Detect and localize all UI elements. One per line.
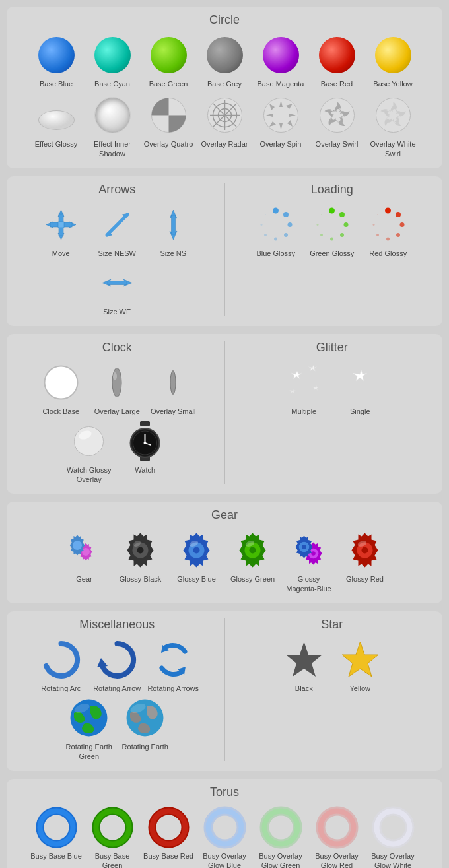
torus-glow-blue-icon bbox=[203, 806, 246, 849]
item-base-blue[interactable]: Base Blue bbox=[30, 34, 83, 88]
item-overlay-radar[interactable]: Overlay Radar bbox=[198, 94, 251, 158]
item-green-glossy[interactable]: Green Glossy bbox=[306, 203, 359, 258]
item-overlay-white-swirl[interactable]: Overlay White Swirl bbox=[366, 94, 419, 158]
overlay-large-label: Overlay Large bbox=[94, 407, 140, 416]
item-effect-inner-shadow[interactable]: Effect Inner Shadow bbox=[86, 94, 139, 158]
gear-items: Gear Gl bbox=[13, 529, 436, 593]
item-torus-glow-blue[interactable]: Busy Overlay Glow Blue bbox=[198, 806, 251, 868]
item-clock-watch[interactable]: Watch bbox=[119, 420, 172, 484]
item-base-cyan[interactable]: Base Cyan bbox=[86, 34, 139, 88]
item-rotating-arc[interactable]: Rotating Arc bbox=[34, 638, 87, 693]
item-gear-glossy-blue[interactable]: Glossy Blue bbox=[170, 529, 223, 593]
item-torus-busy-base-red[interactable]: Busy Base Red bbox=[142, 806, 195, 868]
col-misc: Miscellaneous Rotating Arc bbox=[13, 618, 221, 761]
size-nesw-label: Size NESW bbox=[98, 249, 136, 258]
misc-title: Miscellaneous bbox=[79, 618, 155, 632]
torus-items-row1: Busy Base Blue Busy Base Green bbox=[13, 806, 436, 868]
clock-glitter-cols: Clock Clock Base bbox=[13, 341, 436, 484]
item-glitter-single[interactable]: Single bbox=[333, 361, 386, 416]
item-overlay-small[interactable]: Overlay Small bbox=[147, 361, 199, 416]
item-rotating-arrows[interactable]: Rotating Arrows bbox=[147, 638, 199, 693]
item-base-green[interactable]: Base Green bbox=[142, 34, 195, 88]
gear-glossy-black-label: Glossy Black bbox=[120, 574, 162, 584]
rotating-earth-label: Rotating Earth bbox=[122, 742, 168, 751]
overlay-radar-label: Overlay Radar bbox=[201, 139, 248, 149]
item-overlay-quatro[interactable]: Overlay Quatro bbox=[142, 94, 195, 158]
item-base-yellow[interactable]: Base Yellow bbox=[366, 34, 419, 88]
item-rotating-arrow[interactable]: Rotating Arrow bbox=[90, 638, 143, 693]
gear-glossy-red-label: Glossy Red bbox=[346, 574, 384, 584]
item-base-red[interactable]: Base Red bbox=[310, 34, 363, 88]
item-size-we[interactable]: Size WE bbox=[90, 261, 143, 316]
svg-point-98 bbox=[152, 811, 185, 844]
item-red-glossy[interactable]: Red Glossy bbox=[362, 203, 415, 258]
section-circle: Circle Base Blue Base Cyan Base Green bbox=[7, 7, 442, 168]
item-effect-glossy[interactable]: Effect Glossy bbox=[30, 94, 83, 158]
item-base-magenta[interactable]: Base Magenta bbox=[254, 34, 307, 88]
item-glitter-multiple[interactable]: Multiple bbox=[277, 361, 330, 416]
svg-point-65 bbox=[144, 442, 147, 444]
base-green-icon bbox=[147, 34, 190, 77]
svg-rect-17 bbox=[58, 222, 64, 228]
torus-glow-white-label: Busy Overlay Glow White bbox=[366, 851, 419, 868]
item-star-yellow[interactable]: Yellow bbox=[333, 638, 386, 693]
torus-title: Torus bbox=[13, 785, 436, 799]
item-watch-glossy-overlay[interactable]: Watch Glossy Overlay bbox=[63, 420, 116, 484]
item-gear-glossy-green[interactable]: Glossy Green bbox=[226, 529, 279, 593]
arrows-title: Arrows bbox=[98, 183, 135, 197]
svg-point-44 bbox=[396, 212, 401, 217]
item-overlay-spin[interactable]: Overlay Spin bbox=[254, 94, 307, 158]
glitter-multiple-label: Multiple bbox=[291, 407, 316, 416]
item-gear-glossy-red[interactable]: Glossy Red bbox=[339, 529, 392, 593]
watch-glossy-overlay-icon bbox=[67, 420, 110, 463]
overlay-small-icon bbox=[152, 361, 195, 404]
svg-point-96 bbox=[96, 811, 129, 844]
gear-label: Gear bbox=[76, 574, 92, 584]
svg-point-45 bbox=[400, 222, 405, 227]
main-container: Circle Base Blue Base Cyan Base Green bbox=[0, 0, 449, 868]
item-torus-glow-green[interactable]: Busy Overlay Glow Green bbox=[254, 806, 307, 868]
item-gear-glossy-magenta[interactable]: Glossy Magenta-Blue bbox=[283, 529, 335, 593]
gear-glossy-green-icon bbox=[231, 529, 274, 572]
size-ns-icon bbox=[152, 203, 195, 246]
arrows-items: Move Size NESW bbox=[13, 203, 221, 317]
item-torus-busy-base-blue[interactable]: Busy Base Blue bbox=[30, 806, 83, 868]
item-size-nesw[interactable]: Size NESW bbox=[90, 203, 143, 258]
svg-line-20 bbox=[107, 215, 127, 235]
item-clock-base[interactable]: Clock Base bbox=[34, 361, 87, 416]
item-rotating-earth[interactable]: Rotating Earth bbox=[119, 696, 172, 761]
item-star-black[interactable]: Black bbox=[277, 638, 330, 693]
overlay-small-label: Overlay Small bbox=[151, 407, 195, 416]
item-torus-glow-red[interactable]: Busy Overlay Glow Red bbox=[310, 806, 363, 868]
col-loading: Loading bbox=[228, 183, 436, 258]
item-size-ns[interactable]: Size NS bbox=[147, 203, 199, 258]
svg-point-39 bbox=[330, 237, 333, 240]
item-base-grey[interactable]: Base Grey bbox=[198, 34, 251, 88]
svg-point-30 bbox=[284, 233, 288, 237]
item-gear-glossy-black[interactable]: Glossy Black bbox=[114, 529, 167, 593]
item-move[interactable]: Move bbox=[34, 203, 87, 258]
svg-point-52 bbox=[54, 367, 67, 375]
item-torus-glow-white[interactable]: Busy Overlay Glow White bbox=[366, 806, 419, 868]
clock-base-label: Clock Base bbox=[42, 407, 79, 416]
move-icon bbox=[40, 203, 83, 246]
item-blue-glossy[interactable]: Blue Glossy bbox=[250, 203, 302, 258]
torus-glow-green-label: Busy Overlay Glow Green bbox=[254, 851, 307, 868]
item-overlay-swirl[interactable]: Overlay Swirl bbox=[310, 94, 363, 158]
item-rotating-earth-green[interactable]: Rotating Earth Green bbox=[63, 696, 116, 761]
item-gear[interactable]: Gear bbox=[58, 529, 111, 593]
torus-busy-base-blue-label: Busy Base Blue bbox=[30, 851, 82, 861]
size-nesw-icon bbox=[96, 203, 139, 246]
item-torus-busy-base-green[interactable]: Busy Base Green bbox=[86, 806, 139, 868]
rotating-arrows-icon bbox=[152, 638, 195, 681]
svg-point-55 bbox=[170, 371, 176, 395]
col-arrows: Arrows bbox=[13, 183, 221, 317]
gear-glossy-black-icon bbox=[119, 529, 162, 572]
overlay-white-swirl-label: Overlay White Swirl bbox=[366, 139, 419, 158]
misc-items: Rotating Arc Rotating Arrow bbox=[13, 638, 221, 761]
circle-items: Base Blue Base Cyan Base Green Base Grey bbox=[13, 34, 436, 88]
section-clock-glitter: Clock Clock Base bbox=[7, 334, 442, 494]
svg-point-50 bbox=[377, 214, 378, 215]
svg-point-102 bbox=[264, 811, 297, 844]
item-overlay-large[interactable]: Overlay Large bbox=[90, 361, 143, 416]
